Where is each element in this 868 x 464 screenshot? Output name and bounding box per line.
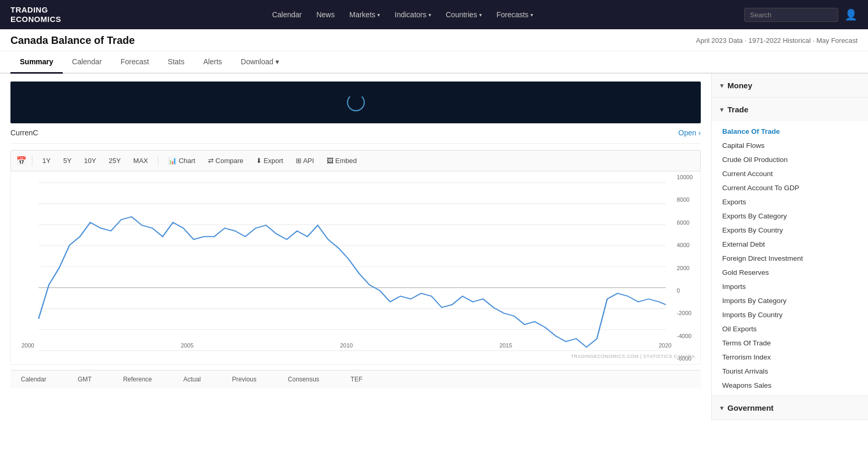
- col-actual: Actual: [183, 376, 201, 383]
- period-25y[interactable]: 25Y: [104, 155, 125, 167]
- open-link[interactable]: Open ›: [678, 129, 701, 137]
- nav-indicators[interactable]: Indicators ▾: [394, 10, 432, 19]
- sidebar-item-exports[interactable]: Exports: [712, 195, 868, 209]
- nav-forecasts[interactable]: Forecasts ▾: [495, 10, 534, 19]
- forecasts-chevron-icon: ▾: [530, 12, 533, 18]
- col-reference: Reference: [123, 376, 152, 383]
- sidebar-item-balance-of-trade[interactable]: Balance Of Trade: [712, 124, 868, 138]
- period-10y[interactable]: 10Y: [79, 155, 101, 167]
- sidebar-item-imports-by-category[interactable]: Imports By Category: [712, 294, 868, 308]
- embed-icon: 🖼: [327, 157, 333, 165]
- action-compare[interactable]: ⇄ Compare: [203, 155, 248, 167]
- sidebar-item-imports[interactable]: Imports: [712, 280, 868, 294]
- sidebar-trade-header[interactable]: ▾ Trade: [712, 98, 868, 121]
- main-layout: CurrenC Open › 📅 1Y 5Y 10Y 25Y MAX 📊 Cha…: [0, 74, 868, 420]
- markets-chevron-icon: ▾: [377, 12, 380, 18]
- tab-download[interactable]: Download ▾: [232, 51, 288, 74]
- tab-forecast[interactable]: Forecast: [111, 51, 158, 74]
- divider-2: [158, 156, 158, 166]
- sidebar-item-crude-oil-production[interactable]: Crude Oil Production: [712, 153, 868, 167]
- sidebar-item-capital-flows[interactable]: Capital Flows: [712, 138, 868, 153]
- sidebar-money-header[interactable]: ▾ Money: [712, 74, 868, 97]
- sidebar-item-terms-of-trade[interactable]: Terms Of Trade: [712, 336, 868, 350]
- sidebar-item-terrorism-index[interactable]: Terrorism Index: [712, 350, 868, 364]
- download-chevron-icon: ▾: [275, 57, 279, 66]
- tabs-bar: Summary Calendar Forecast Stats Alerts D…: [0, 51, 868, 74]
- period-1y[interactable]: 1Y: [38, 155, 55, 167]
- trade-chevron-icon: ▾: [720, 106, 723, 113]
- period-max[interactable]: MAX: [129, 155, 153, 167]
- indicators-chevron-icon: ▾: [429, 12, 431, 18]
- sidebar-item-external-debt[interactable]: External Debt: [712, 237, 868, 251]
- chart-watermark: TRADINGECONOMICS.COM | STATISTICS CANADA: [571, 354, 695, 359]
- header: TRADING ECONOMICS Calendar News Markets …: [0, 0, 868, 29]
- sidebar-government-label: Government: [727, 403, 773, 412]
- sidebar-item-weapons-sales[interactable]: Weapons Sales: [712, 378, 868, 392]
- sidebar-item-foreign-direct-investment[interactable]: Foreign Direct Investment: [712, 251, 868, 265]
- content-area: CurrenC Open › 📅 1Y 5Y 10Y 25Y MAX 📊 Cha…: [0, 74, 711, 420]
- calendar-icon[interactable]: 📅: [16, 156, 27, 166]
- page-title-bar: Canada Balance of Trade April 2023 Data …: [0, 29, 868, 51]
- col-tef: TEF: [351, 376, 363, 383]
- action-api[interactable]: ⊞ API: [291, 155, 319, 167]
- col-calendar: Calendar: [21, 376, 47, 383]
- logo[interactable]: TRADING ECONOMICS: [10, 5, 61, 24]
- col-gmt: GMT: [78, 376, 92, 383]
- nav-countries[interactable]: Countries ▾: [445, 10, 483, 19]
- bottom-table-hint: Calendar GMT Reference Actual Previous C…: [10, 370, 701, 388]
- sidebar-item-exports-by-country[interactable]: Exports By Country: [712, 223, 868, 237]
- period-5y[interactable]: 5Y: [59, 155, 76, 167]
- currency-banner: [10, 82, 701, 123]
- nav-news[interactable]: News: [315, 10, 335, 19]
- export-icon: ⬇: [256, 157, 262, 165]
- sidebar-item-tourist-arrivals[interactable]: Tourist Arrivals: [712, 364, 868, 378]
- open-chevron-icon: ›: [698, 129, 701, 137]
- sidebar-trade-label: Trade: [727, 105, 748, 114]
- api-icon: ⊞: [296, 157, 302, 165]
- sidebar-section-trade: ▾ Trade Balance Of Trade Capital Flows C…: [712, 98, 868, 396]
- sidebar-government-header[interactable]: ▾ Government: [712, 396, 868, 420]
- tab-summary[interactable]: Summary: [10, 51, 63, 74]
- chart-icon: 📊: [168, 157, 177, 165]
- chart-wrapper: 10000 8000 6000 4000 2000 0 -2000 -4000 …: [10, 171, 701, 365]
- col-previous: Previous: [232, 376, 257, 383]
- currenc-label: CurrenC: [10, 129, 38, 137]
- sidebar-item-current-account[interactable]: Current Account: [712, 167, 868, 181]
- page-subtitle: April 2023 Data · 1971-2022 Historical ·…: [696, 37, 858, 44]
- sidebar-item-current-account-gdp[interactable]: Current Account To GDP: [712, 181, 868, 195]
- main-nav: Calendar News Markets ▾ Indicators ▾ Cou…: [77, 10, 728, 19]
- tab-stats[interactable]: Stats: [158, 51, 194, 74]
- nav-calendar[interactable]: Calendar: [271, 10, 303, 19]
- sidebar: ▾ Money ▾ Trade Balance Of Trade Capital…: [711, 74, 868, 420]
- action-embed[interactable]: 🖼 Embed: [322, 155, 362, 167]
- user-icon[interactable]: 👤: [844, 8, 858, 21]
- divider-1: [32, 156, 32, 166]
- action-chart[interactable]: 📊 Chart: [164, 155, 200, 167]
- tab-alerts[interactable]: Alerts: [194, 51, 232, 74]
- search-input[interactable]: [744, 8, 838, 22]
- sidebar-money-label: Money: [727, 81, 753, 90]
- money-chevron-icon: ▾: [720, 82, 723, 89]
- header-right: 👤: [744, 8, 858, 22]
- sidebar-item-imports-by-country[interactable]: Imports By Country: [712, 308, 868, 322]
- trade-chart: [11, 171, 700, 364]
- countries-chevron-icon: ▾: [479, 12, 482, 18]
- sidebar-section-money: ▾ Money: [712, 74, 868, 98]
- col-consensus: Consensus: [288, 376, 319, 383]
- action-export[interactable]: ⬇ Export: [251, 155, 288, 167]
- sidebar-section-government: ▾ Government: [712, 396, 868, 420]
- sidebar-trade-items: Balance Of Trade Capital Flows Crude Oil…: [712, 121, 868, 396]
- sidebar-item-gold-reserves[interactable]: Gold Reserves: [712, 265, 868, 280]
- compare-icon: ⇄: [208, 157, 214, 165]
- currenc-row: CurrenC Open ›: [10, 123, 701, 144]
- sidebar-item-oil-exports[interactable]: Oil Exports: [712, 322, 868, 336]
- sidebar-item-exports-by-category[interactable]: Exports By Category: [712, 209, 868, 223]
- government-chevron-icon: ▾: [720, 404, 723, 412]
- page-title: Canada Balance of Trade: [10, 34, 135, 47]
- tab-calendar[interactable]: Calendar: [63, 51, 111, 74]
- nav-markets[interactable]: Markets ▾: [348, 10, 381, 19]
- chart-controls: 📅 1Y 5Y 10Y 25Y MAX 📊 Chart ⇄ Compare ⬇ …: [10, 150, 701, 171]
